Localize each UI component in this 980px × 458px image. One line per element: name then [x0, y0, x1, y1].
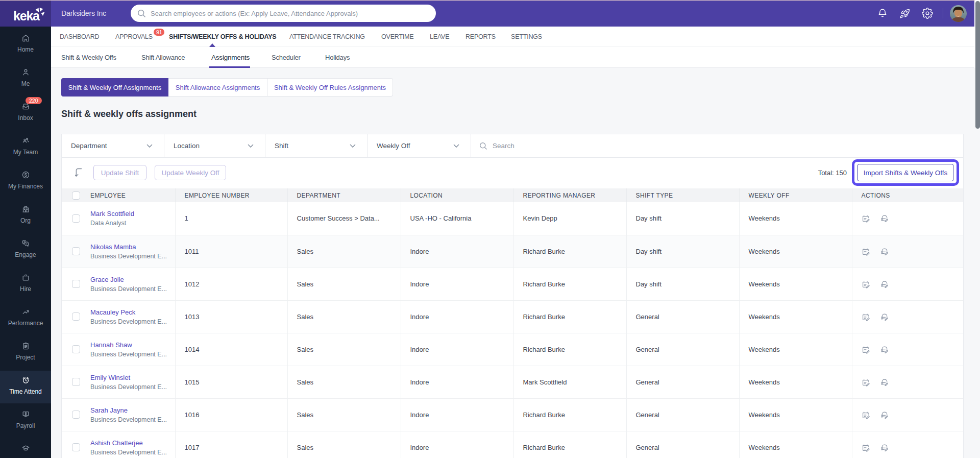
- svg-text:keka: keka: [13, 9, 40, 23]
